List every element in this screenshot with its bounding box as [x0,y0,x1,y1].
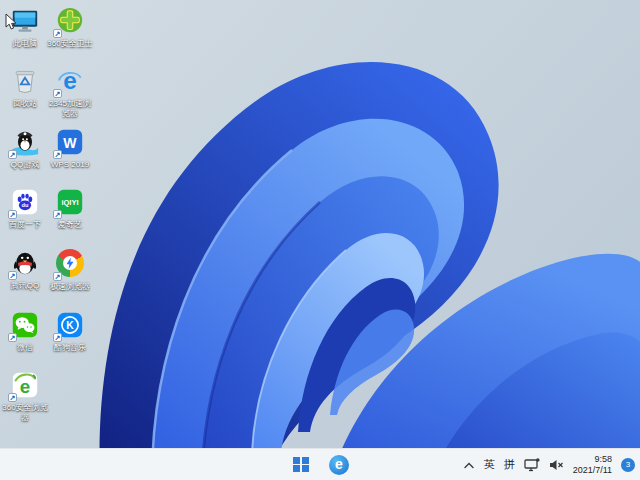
desktop-icon-360-safe-browser[interactable]: e ↗ 360安全浏览器 [1,370,49,423]
360-safety-icon: ↗ [55,6,85,36]
mouse-cursor [5,13,17,31]
start-button[interactable] [288,452,314,478]
desktop-icon-recycle-bin[interactable]: 回收站 [1,66,49,109]
desktop-icon-label: 酷狗音乐 [46,343,94,353]
clock-time: 9:58 [573,454,612,465]
desktop-icon-kugou-music[interactable]: K ↗ 酷狗音乐 [46,310,94,353]
desktop-icon-wps-2019[interactable]: W ↗ WPS 2019 [46,127,94,170]
desktop-icon-label: 极速浏览器 [46,282,94,292]
desktop-icon-360-safety[interactable]: ↗ 360安全卫士 [46,6,94,49]
svg-text:iQIYI: iQIYI [61,198,78,207]
shortcut-arrow-icon: ↗ [53,333,62,342]
svg-text:du: du [22,202,29,208]
lightning-bolt-icon [67,258,74,270]
desktop-icon-label: 2345加速浏览器 [46,99,94,119]
recycle-bin-icon [10,66,40,96]
speed-browser-icon: ↗ [55,249,85,279]
shortcut-arrow-icon: ↗ [53,29,62,38]
desktop-icon-speed-browser[interactable]: ↗ 极速浏览器 [46,248,94,292]
baidu-icon: du ↗ [10,187,40,217]
desktop-icon-iqiyi[interactable]: iQIYI ↗ 爱奇艺 [46,187,94,230]
desktop-icon-label: 360安全卫士 [46,39,94,49]
svg-text:e: e [20,376,30,397]
desktop-icon-tencent-qq[interactable]: ↗ 腾讯QQ [1,248,49,291]
desktop-icon-2345-browser[interactable]: e ↗ 2345加速浏览器 [46,66,94,119]
desktop-icon-label: 百度一下 [1,220,49,230]
shortcut-arrow-icon: ↗ [8,271,17,280]
shortcut-arrow-icon: ↗ [8,210,17,219]
svg-text:e: e [63,67,77,94]
wechat-icon: ↗ [10,310,40,340]
svg-text:K: K [66,320,74,331]
desktop-icon-baidu[interactable]: du ↗ 百度一下 [1,187,49,230]
clock-date: 2021/7/11 [573,465,612,476]
shortcut-arrow-icon: ↗ [8,150,17,159]
tray-chevron-button[interactable] [463,449,475,480]
desktop-icon-wechat[interactable]: ↗ 微信 [1,310,49,353]
taskbar: e 英 拼 9:58 2021/7/11 3 [0,448,640,480]
desktop-icon-label: 腾讯QQ [1,281,49,291]
shortcut-arrow-icon: ↗ [8,393,17,402]
desktop-icon-label: WPS 2019 [46,160,94,170]
volume-muted-icon [549,459,564,471]
360-safe-browser-icon: e ↗ [10,370,40,400]
desktop-icon-label: QQ游戏 [1,160,49,170]
notification-badge[interactable]: 3 [621,458,635,472]
wps-2019-icon: W ↗ [55,127,85,157]
2345-browser-icon: e ↗ [55,66,85,96]
desktop-icon-label: 360安全浏览器 [1,403,49,423]
shortcut-arrow-icon: ↗ [53,210,62,219]
desktop-icon-label: 此电脑 [1,39,49,49]
qq-games-icon: ↗ [10,127,40,157]
network-button[interactable] [524,449,540,480]
kugou-music-icon: K ↗ [55,310,85,340]
browser-e-button[interactable]: e [326,452,352,478]
taskbar-clock[interactable]: 9:58 2021/7/11 [573,454,612,475]
desktop-icon-label: 爱奇艺 [46,220,94,230]
svg-text:W: W [63,135,77,151]
desktop-icon-label: 微信 [1,343,49,353]
wallpaper-bloom [0,0,640,480]
shortcut-arrow-icon: ↗ [53,272,62,281]
shortcut-arrow-icon: ↗ [8,333,17,342]
windows-start-icon [293,457,309,473]
ime-pinyin-indicator[interactable]: 拼 [504,449,515,480]
desktop-icon-label: 回收站 [1,99,49,109]
chevron-up-icon [463,460,475,470]
desktop-icon-qq-games[interactable]: ↗ QQ游戏 [1,127,49,170]
taskbar-center-group: e [288,449,352,480]
network-display-icon [524,458,540,472]
shortcut-arrow-icon: ↗ [53,89,62,98]
shortcut-arrow-icon: ↗ [53,150,62,159]
iqiyi-icon: iQIYI ↗ [55,187,85,217]
tencent-qq-icon: ↗ [10,248,40,278]
browser-e-icon: e [329,455,349,475]
ime-english-indicator[interactable]: 英 [484,449,495,480]
volume-button[interactable] [549,449,564,480]
system-tray: 英 拼 9:58 2021/7/11 3 [463,449,635,480]
